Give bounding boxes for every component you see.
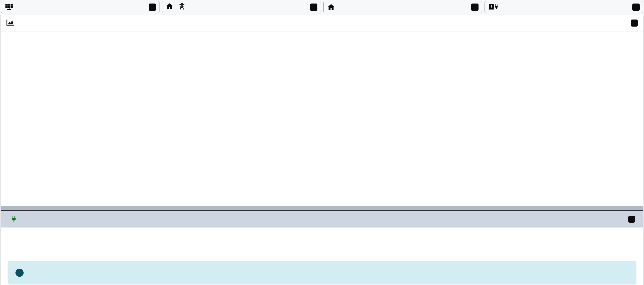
home-icon [327,4,335,11]
status-box-chargepoint[interactable] [484,1,643,13]
transmission-tower-icon [178,2,186,12]
chargepoint-table [1,206,643,228]
power-chart[interactable] [1,32,644,207]
status-bar [1,1,643,13]
status-box-evu[interactable] [162,1,321,13]
home-icon [166,3,173,12]
info-circle-icon [15,269,24,277]
status-box-pv[interactable] [1,1,160,13]
diagram-card-header [1,15,643,31]
plug-icon [11,216,17,224]
page [0,0,644,285]
plus-square-icon[interactable] [471,4,479,11]
table-header-row [1,206,643,211]
solar-panel-icon [5,3,13,11]
diagram-card [1,15,643,285]
minus-square-icon[interactable] [628,216,635,223]
table-row[interactable] [1,211,643,228]
plus-square-icon[interactable] [632,4,640,11]
minus-square-icon[interactable] [631,20,638,27]
charging-status-alert [8,261,636,284]
plus-square-icon[interactable] [149,4,156,11]
plus-square-icon[interactable] [310,4,317,11]
charging-station-icon [489,3,498,11]
status-box-house[interactable] [323,1,482,13]
chart-area-icon [6,19,14,27]
